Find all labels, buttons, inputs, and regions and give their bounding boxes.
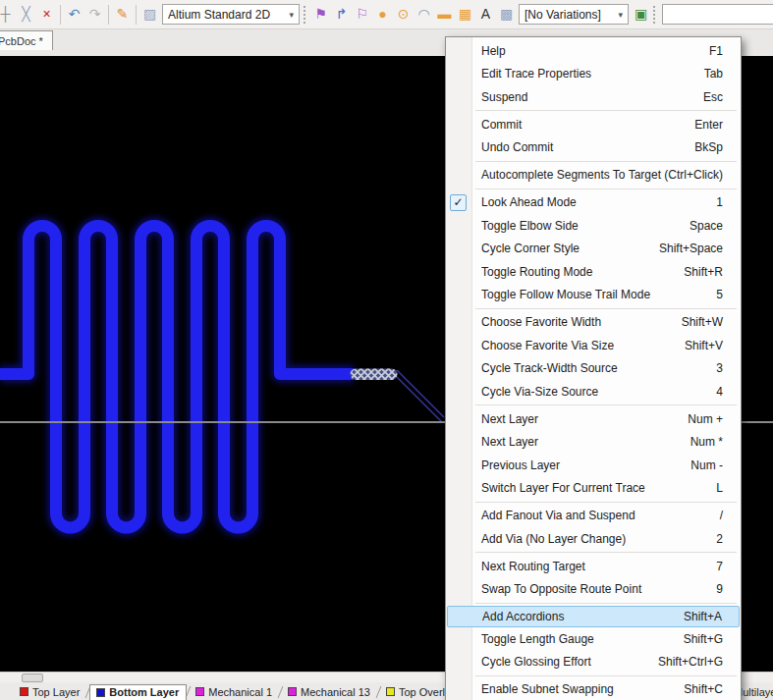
layer-color-swatch [96, 688, 105, 697]
menu-item-label: Swap To Opposite Route Point [481, 582, 641, 596]
layer-tab-label: Bottom Layer [109, 686, 179, 698]
menu-item-toggle-follow-mouse-trail-mode[interactable]: Toggle Follow Mouse Trail Mode5 [446, 284, 741, 307]
menu-item-shortcut: F1 [697, 44, 723, 58]
menu-item-shortcut: Shift+R [672, 265, 723, 279]
menu-item-label: Toggle Length Gauge [481, 632, 594, 646]
menu-item-shortcut: / [708, 509, 723, 522]
menu-item-shortcut: BkSp [683, 140, 723, 154]
pad-array-icon[interactable]: ▦ [455, 4, 475, 25]
selected-track-segment [351, 369, 398, 381]
menu-item-shortcut: Enter [683, 118, 723, 132]
route-flag-icon[interactable]: ⚑ [310, 4, 331, 25]
chevron-down-icon: ▾ [612, 10, 623, 20]
menu-item-shortcut: 2 [704, 532, 723, 546]
menu-item-label: Choose Favorite Width [481, 315, 601, 329]
route-style-icon[interactable]: ⚐ [352, 4, 372, 25]
crosshair-icon[interactable]: ┼ [0, 4, 16, 25]
keepout-icon[interactable]: ⊙ [393, 4, 414, 25]
text-string-icon[interactable]: A [475, 4, 496, 25]
menu-item-toggle-routing-mode[interactable]: Toggle Routing ModeShift+R [446, 260, 741, 284]
menu-separator [475, 603, 737, 604]
menu-item-suspend[interactable]: SuspendEsc [446, 85, 741, 109]
menu-item-next-routing-target[interactable]: Next Routing Target7 [446, 555, 741, 578]
board-pattern-icon[interactable]: ▨ [139, 4, 160, 25]
menu-item-label: Next Layer [481, 435, 538, 449]
menu-item-add-fanout-via-and-suspend[interactable]: Add Fanout Via and Suspend/ [446, 505, 741, 528]
menu-separator [475, 552, 737, 553]
redo-icon[interactable]: ↷ [84, 4, 105, 25]
menu-item-toggle-elbow-side[interactable]: Toggle Elbow SideSpace [446, 214, 741, 238]
menu-item-label: Cycle Glossing Effort [481, 655, 591, 669]
layer-tab-mechanical-1[interactable]: Mechanical 1 [190, 684, 279, 700]
menu-item-next-layer[interactable]: Next LayerNum * [446, 431, 741, 455]
menu-item-label: Switch Layer For Current Trace [481, 481, 645, 495]
toolbar-drag-handle[interactable] [304, 6, 306, 24]
layer-tab-mechanical-13[interactable]: Mechanical 13 [282, 684, 377, 700]
arc-icon[interactable]: ◠ [414, 4, 434, 25]
checkmark-icon: ✓ [450, 194, 467, 211]
menu-item-previous-layer[interactable]: Previous LayerNum - [446, 454, 741, 477]
menu-item-cycle-corner-style[interactable]: Cycle Corner StyleShift+Space [446, 238, 741, 261]
menu-item-add-via-no-layer-change[interactable]: Add Via (No Layer Change)2 [446, 527, 741, 551]
menu-item-shortcut: Shift+Space [647, 242, 723, 255]
menu-item-shortcut: 4 [704, 385, 723, 399]
menu-item-shortcut: Num * [679, 435, 723, 449]
menu-item-autocomplete-segments-to-target-ctrl-click[interactable]: Autocomplete Segments To Target (Ctrl+Cl… [446, 164, 741, 188]
layer-tab-bottom-layer[interactable]: Bottom Layer [89, 684, 187, 700]
menu-item-look-ahead-mode[interactable]: ✓Look Ahead Mode1 [446, 191, 741, 215]
menu-separator [475, 188, 737, 189]
menu-item-label: Add Accordions [482, 610, 564, 623]
document-tab[interactable]: PcbDoc * [0, 30, 53, 50]
menu-item-shortcut: 5 [704, 288, 723, 301]
chevron-down-icon: ▾ [283, 10, 294, 20]
scrollbar-thumb[interactable] [22, 673, 43, 682]
menu-separator [475, 308, 737, 309]
menu-item-cycle-track-width-source[interactable]: Cycle Track-Width Source3 [446, 357, 741, 381]
menu-item-undo-commit[interactable]: Undo CommitBkSp [446, 136, 741, 160]
menu-item-shortcut: 1 [704, 195, 723, 209]
layer-color-swatch [386, 687, 395, 696]
extra-select[interactable]: ▾ [662, 4, 773, 25]
menu-item-shortcut: 7 [704, 560, 723, 573]
menu-item-cycle-glossing-effort[interactable]: Cycle Glossing EffortShift+Ctrl+G [446, 651, 741, 674]
menu-item-commit[interactable]: CommitEnter [446, 113, 741, 136]
menu-item-cycle-via-size-source[interactable]: Cycle Via-Size Source4 [446, 380, 741, 404]
lookahead-line [397, 370, 444, 417]
component-icon[interactable]: ▩ [496, 4, 517, 25]
menu-item-shortcut: Shift+V [673, 339, 723, 352]
dot-icon[interactable]: ● [372, 4, 393, 25]
view-mode-select[interactable]: Altium Standard 2D▾ [162, 4, 300, 25]
snap-points-icon[interactable]: ╳ [16, 4, 36, 25]
clear-filter-icon[interactable]: × [36, 4, 57, 25]
menu-item-label: Enable Subnet Swapping [481, 682, 614, 696]
variations-select[interactable]: [No Variations]▾ [519, 4, 629, 25]
menu-item-shortcut: 3 [704, 361, 723, 375]
view-mode-select-value: Altium Standard 2D [168, 8, 270, 22]
fill-rect-icon[interactable]: ▬ [434, 4, 455, 25]
menu-item-shortcut: Shift+G [672, 632, 723, 646]
menu-item-add-accordions[interactable]: Add AccordionsShift+A [447, 606, 740, 628]
menu-item-choose-favorite-via-size[interactable]: Choose Favorite Via SizeShift+V [446, 334, 741, 357]
toolbar-drag-handle[interactable] [653, 6, 656, 24]
menu-item-swap-to-opposite-route-point[interactable]: Swap To Opposite Route Point9 [446, 578, 741, 602]
layer-color-swatch [20, 687, 28, 696]
menu-item-label: Suspend [481, 90, 527, 104]
undo-icon[interactable]: ↶ [64, 4, 84, 25]
menu-item-toggle-length-gauge[interactable]: Toggle Length GaugeShift+G [446, 627, 741, 651]
menu-item-switch-layer-for-current-trace[interactable]: Switch Layer For Current TraceL [446, 477, 741, 501]
variant-chip-icon[interactable]: ▣ [631, 4, 651, 25]
menu-item-label: Look Ahead Mode [481, 195, 577, 209]
menu-item-shortcut: Esc [691, 90, 723, 104]
menu-item-shortcut: Num + [676, 412, 723, 426]
menu-item-edit-trace-properties[interactable]: Edit Trace PropertiesTab [446, 63, 741, 86]
menu-item-choose-favorite-width[interactable]: Choose Favorite WidthShift+W [446, 311, 741, 335]
menu-item-label: Toggle Routing Mode [481, 265, 592, 279]
layer-tab-top-layer[interactable]: Top Layer [14, 684, 86, 700]
menu-item-next-layer[interactable]: Next LayerNum + [446, 407, 741, 431]
menu-item-shortcut: Num - [679, 458, 723, 472]
menu-item-enable-subnet-swapping[interactable]: Enable Subnet SwappingShift+C [446, 678, 741, 700]
wand-icon[interactable]: ✎ [112, 4, 133, 25]
menu-item-shortcut: Shift+C [672, 682, 723, 696]
menu-item-help[interactable]: HelpF1 [446, 39, 741, 63]
route-direction-icon[interactable]: ↱ [331, 4, 352, 25]
